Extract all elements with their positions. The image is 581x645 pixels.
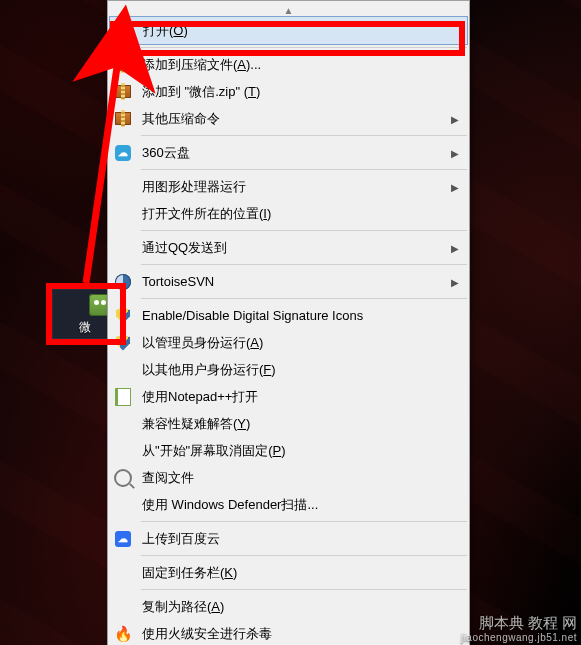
menu-item-label: 以其他用户身份运行(F) (142, 361, 276, 379)
menu-item-label: 复制为路径(A) (142, 598, 224, 616)
menu-item-label: 从"开始"屏幕取消固定(P) (142, 442, 286, 460)
menu-separator (141, 47, 467, 48)
menu-item-label: TortoiseSVN (142, 274, 214, 289)
menu-item-item[interactable]: 兼容性疑难解答(Y) (108, 410, 469, 437)
menu-separator (141, 169, 467, 170)
menu-separator (141, 298, 467, 299)
archive-icon (114, 110, 132, 128)
360-icon: ☁ (114, 144, 132, 162)
menu-item-item[interactable]: 🔥使用火绒安全进行杀毒 (108, 620, 469, 645)
menu-separator (141, 521, 467, 522)
watermark-line1: 脚本典 教程 网 (479, 614, 577, 631)
menu-item-item[interactable]: 固定到任务栏(K) (108, 559, 469, 586)
shield-icon (114, 307, 132, 325)
menu-separator (141, 264, 467, 265)
shortcut-label: 微 (79, 319, 91, 336)
watermark-line2: jiaochengwang.jb51.net (461, 632, 577, 644)
archive-icon (114, 83, 132, 101)
menu-item-label: 查阅文件 (142, 469, 194, 487)
menu-item-label: 固定到任务栏(K) (142, 564, 237, 582)
menu-item-label: 其他压缩命令 (142, 110, 220, 128)
menu-item-item[interactable]: 打开文件所在的位置(I) (108, 200, 469, 227)
baidu-cloud-icon: ☁ (114, 530, 132, 548)
menu-item-item[interactable]: 用图形处理器运行▶ (108, 173, 469, 200)
menu-item-label: 打开(O) (143, 22, 188, 40)
tortoisesvn-icon (114, 273, 132, 291)
search-icon (114, 469, 132, 487)
watermark: 脚本典 教程 网 jiaochengwang.jb51.net (461, 614, 577, 643)
submenu-arrow-icon: ▶ (451, 181, 459, 192)
menu-item-zip[interactable]: 添加到 "微信.zip" (T) (108, 78, 469, 105)
menu-separator (141, 589, 467, 590)
notepad-icon (114, 388, 132, 406)
menu-item-item[interactable]: 从"开始"屏幕取消固定(P) (108, 437, 469, 464)
menu-item-item[interactable]: 添加到压缩文件(A)... (108, 51, 469, 78)
menu-item-label: 使用 Windows Defender扫描... (142, 496, 318, 514)
menu-separator (141, 230, 467, 231)
menu-item-label: 上传到百度云 (142, 530, 220, 548)
submenu-arrow-icon: ▶ (451, 147, 459, 158)
submenu-arrow-icon: ▶ (451, 276, 459, 287)
menu-item-label: 通过QQ发送到 (142, 239, 227, 257)
submenu-arrow-icon: ▶ (451, 242, 459, 253)
menu-item-item[interactable]: 其他压缩命令▶ (108, 105, 469, 132)
menu-item-label: 以管理员身份运行(A) (142, 334, 263, 352)
menu-item-label: 使用Notepad++打开 (142, 388, 258, 406)
menu-item-label: Enable/Disable Digital Signature Icons (142, 308, 363, 323)
menu-separator (141, 555, 467, 556)
archive-icon (114, 56, 132, 74)
menu-item-label: 使用火绒安全进行杀毒 (142, 625, 272, 643)
menu-item-item[interactable]: 以管理员身份运行(A) (108, 329, 469, 356)
menu-item-qq[interactable]: 通过QQ发送到▶ (108, 234, 469, 261)
menu-item-item[interactable]: 复制为路径(A) (108, 593, 469, 620)
menu-item-label: 360云盘 (142, 144, 190, 162)
menu-item-notepad[interactable]: 使用Notepad++打开 (108, 383, 469, 410)
menu-item-item[interactable]: 以其他用户身份运行(F) (108, 356, 469, 383)
chevron-up-icon: ▲ (284, 5, 294, 16)
menu-item-label: 添加到压缩文件(A)... (142, 56, 261, 74)
context-menu: ▲ 打开(O)添加到压缩文件(A)...添加到 "微信.zip" (T)其他压缩… (107, 0, 470, 645)
menu-item-label: 打开文件所在的位置(I) (142, 205, 271, 223)
menu-item-item[interactable]: ☁上传到百度云 (108, 525, 469, 552)
menu-item-label: 用图形处理器运行 (142, 178, 246, 196)
menu-item-item[interactable]: 打开(O) (109, 16, 468, 45)
menu-separator (141, 135, 467, 136)
menu-item-label: 添加到 "微信.zip" (T) (142, 83, 260, 101)
menu-item-360[interactable]: ☁360云盘▶ (108, 139, 469, 166)
menu-item-tortoisesvn[interactable]: TortoiseSVN▶ (108, 268, 469, 295)
shield-icon (114, 334, 132, 352)
huorong-icon: 🔥 (114, 625, 132, 643)
menu-item-item[interactable]: 查阅文件 (108, 464, 469, 491)
menu-scroll-up[interactable]: ▲ (108, 3, 469, 17)
menu-item-enable-disable-digital-signatu[interactable]: Enable/Disable Digital Signature Icons (108, 302, 469, 329)
menu-item-windows-defender[interactable]: 使用 Windows Defender扫描... (108, 491, 469, 518)
menu-item-label: 兼容性疑难解答(Y) (142, 415, 250, 433)
submenu-arrow-icon: ▶ (451, 113, 459, 124)
